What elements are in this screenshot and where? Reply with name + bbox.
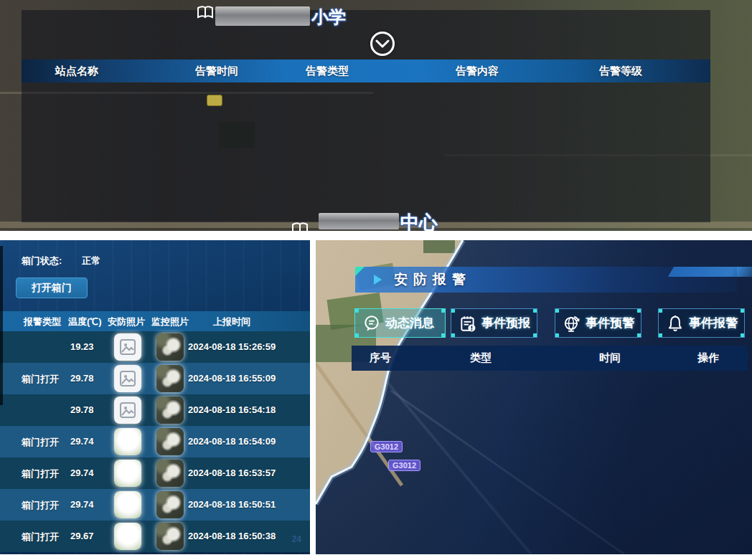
tab-dynamic-messages[interactable]: 动态消息 xyxy=(354,308,446,338)
security-photo-thumb[interactable] xyxy=(114,397,141,424)
door-table-header: 报警类型 温度(℃) 安防照片 监控照片 上报时间 xyxy=(0,311,310,331)
tab-label: 事件预报 xyxy=(481,315,530,331)
monitor-photo-thumb[interactable] xyxy=(156,333,184,361)
door-col-secphoto: 安防照片 xyxy=(108,315,145,328)
door-table-row: 箱门打开29.742024-08-18 16:53:57 xyxy=(0,457,310,489)
tab-label: 动态消息 xyxy=(385,315,434,331)
security-photo-thumb[interactable] xyxy=(114,365,141,392)
alarm-table-header: 站点名称 告警时间 告警类型 告警内容 告警等级 xyxy=(22,60,710,82)
alarm-type-cell: 箱门打开 xyxy=(22,468,72,480)
door-table-row: 29.782024-08-18 16:54:18 xyxy=(0,394,310,426)
door-status-row: 箱门状态:正常 xyxy=(22,254,100,267)
report-time-cell: 2024-08-18 16:50:38 xyxy=(188,531,303,541)
door-status-label: 箱门状态: xyxy=(22,255,62,266)
monitor-photo-thumb[interactable] xyxy=(156,428,184,455)
door-col-time: 上报时间 xyxy=(213,315,250,328)
road-label-badge: G3012 xyxy=(370,441,403,452)
redacted-place-name xyxy=(319,213,399,229)
collapse-chevron-button[interactable] xyxy=(370,32,395,56)
alarm-table-overlay xyxy=(22,10,710,222)
report-time-cell: 2024-08-18 16:54:18 xyxy=(188,404,303,415)
dashboard-root: 小学 站点名称 告警时间 告警类型 告警内容 告警等级 中心 箱门状态:正常 xyxy=(0,0,752,560)
school-label: 小学 xyxy=(311,6,346,29)
clipped-text-artifact: 24 xyxy=(292,534,301,544)
alarm-col-site: 站点名称 xyxy=(55,65,98,78)
section-gap xyxy=(310,240,316,554)
alarm-type-cell: 箱门打开 xyxy=(22,373,72,386)
report-time-cell: 2024-08-18 16:53:57 xyxy=(188,468,303,478)
alarm-col-level: 告警等级 xyxy=(599,65,642,78)
events-col-type: 类型 xyxy=(470,351,492,365)
security-panel-banner: 安防报警 xyxy=(355,267,737,293)
security-photo-thumb[interactable] xyxy=(114,460,141,487)
temperature-cell: 19.23 xyxy=(70,341,108,352)
temperature-cell: 29.78 xyxy=(70,373,108,384)
door-table-row: 19.232024-08-18 15:26:59 xyxy=(0,331,310,363)
section-gap xyxy=(0,554,752,560)
alarm-col-time: 告警时间 xyxy=(195,65,238,78)
security-photo-thumb[interactable] xyxy=(114,333,141,361)
temperature-cell: 29.74 xyxy=(70,468,108,478)
report-time-cell: 2024-08-18 16:54:09 xyxy=(188,436,303,447)
open-door-button[interactable]: 打开箱门 xyxy=(16,277,88,298)
report-time-cell: 2024-08-18 15:26:59 xyxy=(188,341,303,352)
security-alarm-panel[interactable]: G3012 G3012 安防报警 动态消息 事件预报 事件预警 xyxy=(316,240,752,554)
early-warning-icon xyxy=(563,314,581,333)
map-dark-patch xyxy=(219,122,255,148)
events-col-index: 序号 xyxy=(370,351,391,365)
image-placeholder-icon xyxy=(119,370,136,387)
door-table-row: 箱门打开29.742024-08-18 16:54:09 xyxy=(0,426,310,457)
tab-event-alarm[interactable]: 事件报警 xyxy=(658,308,745,338)
door-col-monphoto: 监控照片 xyxy=(151,315,189,328)
temperature-cell: 29.67 xyxy=(70,531,108,541)
door-status-value: 正常 xyxy=(82,255,100,266)
report-time-cell: 2024-08-18 16:55:09 xyxy=(188,373,303,384)
road-sign-badge xyxy=(207,95,222,106)
monitor-photo-thumb[interactable] xyxy=(156,523,184,550)
events-col-action: 操作 xyxy=(697,351,719,365)
events-col-time: 时间 xyxy=(599,351,621,365)
alarm-type-cell: 箱门打开 xyxy=(22,436,72,449)
top-satellite-map[interactable]: 小学 站点名称 告警时间 告警类型 告警内容 告警等级 中心 xyxy=(0,0,752,231)
monitor-photo-thumb[interactable] xyxy=(156,365,184,392)
panel-edge-strip xyxy=(0,246,3,405)
tab-label: 事件预警 xyxy=(586,315,634,331)
temperature-cell: 29.74 xyxy=(70,436,108,447)
report-time-cell: 2024-08-18 16:50:51 xyxy=(188,499,303,510)
alarm-type-cell: 箱门打开 xyxy=(22,499,72,512)
security-panel-title: 安防报警 xyxy=(394,270,471,289)
door-col-temp: 温度(℃) xyxy=(68,315,102,328)
security-photo-thumb[interactable] xyxy=(114,428,141,455)
alarm-type-cell: 箱门打开 xyxy=(22,531,72,544)
forecast-icon xyxy=(459,314,477,333)
alarm-col-content: 告警内容 xyxy=(456,65,499,78)
play-triangle-icon xyxy=(374,275,382,285)
chevron-down-icon xyxy=(375,39,390,48)
alarm-col-type: 告警类型 xyxy=(306,65,349,78)
cabinet-door-panel: 箱门状态:正常 打开箱门 报警类型 温度(℃) 安防照片 监控照片 上报时间 1… xyxy=(0,240,310,554)
tab-label: 事件报警 xyxy=(689,315,738,331)
image-placeholder-icon xyxy=(119,338,136,356)
temperature-cell: 29.74 xyxy=(70,499,108,510)
redacted-place-name xyxy=(215,6,310,26)
events-table-header: 序号 类型 时间 操作 xyxy=(352,346,748,371)
tab-event-forecast[interactable]: 事件预报 xyxy=(451,308,537,338)
temperature-cell: 29.78 xyxy=(70,404,108,415)
monitor-photo-thumb[interactable] xyxy=(156,397,184,424)
security-photo-thumb[interactable] xyxy=(114,523,141,550)
center-label: 中心 xyxy=(400,210,438,231)
road-label-badge: G3012 xyxy=(388,460,420,471)
security-photo-thumb[interactable] xyxy=(114,491,141,518)
monitor-photo-thumb[interactable] xyxy=(156,491,184,518)
door-table-row: 箱门打开29.782024-08-18 16:55:09 xyxy=(0,363,310,394)
door-table-row: 箱门打开29.672024-08-18 16:50:38 xyxy=(0,521,310,552)
door-col-type: 报警类型 xyxy=(24,315,61,328)
image-placeholder-icon xyxy=(119,402,136,419)
monitor-photo-thumb[interactable] xyxy=(156,460,184,487)
message-icon xyxy=(362,314,381,333)
door-table-row: 箱门打开29.742024-08-18 16:50:51 xyxy=(0,489,310,521)
section-gap xyxy=(0,231,752,240)
school-poi-icon xyxy=(197,6,214,20)
tab-event-early-warning[interactable]: 事件预警 xyxy=(555,308,641,338)
door-table-body: 19.232024-08-18 15:26:59箱门打开29.782024-08… xyxy=(0,331,310,552)
